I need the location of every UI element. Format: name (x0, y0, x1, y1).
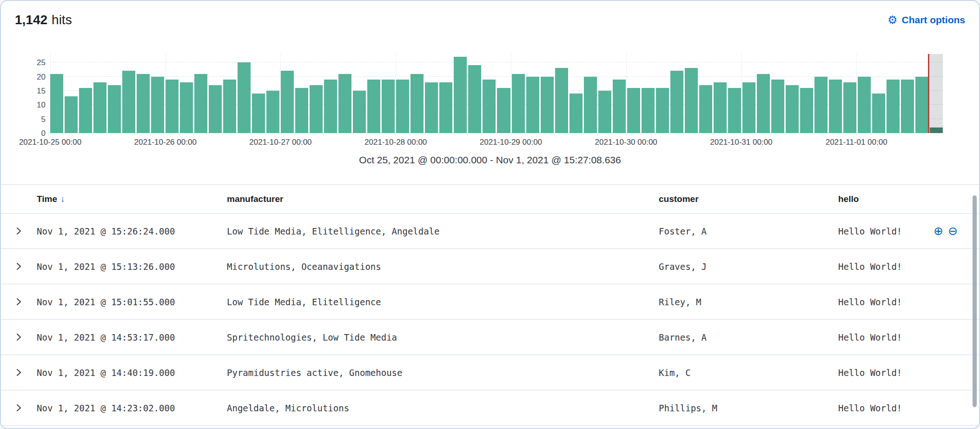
filter-out-value-button[interactable]: ⊖ (948, 225, 958, 237)
column-label-manufacturer: manufacturer (227, 194, 283, 204)
discover-panel: 1,142 hits ⚙ Chart options 0510152025 20… (0, 0, 980, 429)
y-axis: 0510152025 (13, 54, 50, 133)
histogram-bar[interactable] (411, 74, 424, 134)
histogram-bar[interactable] (872, 94, 885, 133)
histogram-bar[interactable] (281, 71, 294, 133)
y-axis-label: 5 (41, 115, 46, 123)
histogram-bar[interactable] (295, 88, 308, 133)
histogram-bar[interactable] (843, 82, 856, 133)
histogram-bar[interactable] (396, 80, 409, 133)
cell-customer: Barnes, A (659, 332, 838, 342)
column-header-manufacturer[interactable]: manufacturer (227, 194, 659, 204)
documents-table: Time ↓ manufacturer customer hello Nov 1… (1, 184, 979, 426)
partial-bucket-overlay (928, 54, 943, 133)
histogram-bar[interactable] (209, 85, 222, 133)
y-axis-label: 20 (37, 73, 46, 80)
vertical-scrollbar-thumb[interactable] (973, 195, 977, 407)
histogram-bar[interactable] (324, 80, 337, 133)
histogram-bar[interactable] (353, 91, 366, 133)
histogram-bar[interactable] (814, 77, 828, 133)
histogram-bar[interactable] (252, 94, 265, 133)
histogram-bar[interactable] (108, 85, 121, 133)
histogram-bar[interactable] (497, 88, 510, 133)
histogram-bar[interactable] (382, 80, 395, 133)
column-header-time[interactable]: Time ↓ (37, 194, 227, 204)
histogram-bar[interactable] (180, 82, 193, 133)
cell-manufacturer: Low Tide Media, Elitelligence, Angeldale (227, 226, 659, 236)
histogram-bar[interactable] (887, 80, 900, 133)
cell-time: Nov 1, 2021 @ 15:26:24.000 (37, 226, 227, 236)
histogram-bar[interactable] (483, 80, 496, 133)
histogram-bar[interactable] (627, 88, 640, 133)
histogram-bar[interactable] (439, 82, 452, 133)
histogram-bar[interactable] (786, 85, 799, 133)
histogram-bar[interactable] (137, 74, 150, 134)
expand-row-button[interactable] (12, 365, 26, 380)
histogram-bar[interactable] (598, 91, 611, 133)
histogram-bar[interactable] (584, 77, 597, 133)
table-row: Nov 1, 2021 @ 14:23:02.000Angeldale, Mic… (1, 390, 979, 426)
expand-row-button[interactable] (12, 330, 26, 345)
histogram-bar[interactable] (613, 80, 626, 133)
histogram-bar[interactable] (512, 74, 525, 134)
histogram-bar[interactable] (310, 85, 323, 133)
column-header-hello[interactable]: hello (838, 194, 979, 204)
histogram-bar[interactable] (800, 88, 813, 133)
histogram-bar[interactable] (757, 74, 770, 134)
expand-row-button[interactable] (12, 224, 26, 239)
column-header-customer[interactable]: customer (659, 194, 838, 204)
histogram-bar[interactable] (685, 68, 698, 133)
chevron-right-icon (14, 227, 23, 235)
cell-manufacturer: Microlutions, Oceanavigations (227, 261, 659, 272)
histogram-bar[interactable] (771, 80, 784, 133)
histogram-bar[interactable] (728, 88, 741, 133)
x-axis-row: 2021-10-25 00:002021-10-26 00:002021-10-… (1, 133, 979, 152)
histogram-bar[interactable] (425, 82, 438, 133)
expand-row-button[interactable] (12, 401, 26, 416)
histogram-bar[interactable] (742, 82, 755, 133)
histogram-bar[interactable] (829, 80, 842, 133)
histogram-bar[interactable] (642, 88, 655, 133)
histogram-bar[interactable] (50, 74, 63, 134)
histogram-bar[interactable] (93, 82, 106, 133)
cell-hello: Hello World! (838, 297, 979, 307)
histogram-bar[interactable] (569, 94, 583, 133)
histogram-bar[interactable] (555, 68, 568, 133)
chart-options-button[interactable]: ⚙ Chart options (887, 14, 965, 26)
histogram-bar[interactable] (166, 80, 179, 133)
histogram-bar[interactable] (901, 80, 914, 133)
histogram-bar[interactable] (858, 77, 871, 133)
cell-customer: Graves, J (659, 261, 838, 272)
column-label-customer: customer (659, 194, 699, 204)
histogram-bar[interactable] (367, 80, 380, 133)
histogram-bar[interactable] (338, 74, 351, 134)
expand-row-button[interactable] (12, 295, 26, 309)
histogram-bar[interactable] (915, 77, 928, 133)
topbar: 1,142 hits ⚙ Chart options (1, 1, 979, 29)
y-axis-label: 0 (41, 129, 46, 137)
histogram-bar[interactable] (79, 88, 92, 133)
table-row: Nov 1, 2021 @ 15:01:55.000Low Tide Media… (1, 284, 979, 320)
expand-row-button[interactable] (12, 259, 26, 274)
histogram-bar[interactable] (194, 74, 207, 134)
filter-for-value-button[interactable]: ⊕ (934, 225, 943, 237)
chevron-right-icon (14, 368, 23, 377)
histogram-bar[interactable] (223, 80, 236, 133)
histogram-bar[interactable] (714, 82, 727, 133)
cell-hello: Hello World!⊕⊖ (838, 225, 979, 237)
histogram-bar[interactable] (65, 96, 78, 133)
histogram-bar[interactable] (151, 77, 164, 133)
histogram-bar[interactable] (122, 71, 135, 133)
histogram-bar[interactable] (526, 77, 539, 133)
histogram-bar[interactable] (266, 91, 279, 133)
histogram-bar[interactable] (541, 77, 554, 133)
histogram-bar[interactable] (656, 88, 669, 133)
current-time-marker (928, 54, 929, 133)
histogram-bar[interactable] (454, 57, 467, 133)
histogram-bar[interactable] (238, 62, 251, 133)
histogram-bar[interactable] (699, 85, 712, 133)
histogram-bar[interactable] (670, 71, 683, 133)
histogram-bar[interactable] (468, 65, 481, 133)
table-row: Nov 1, 2021 @ 15:26:24.000Low Tide Media… (1, 214, 979, 249)
hits-count: 1,142 (15, 13, 47, 27)
